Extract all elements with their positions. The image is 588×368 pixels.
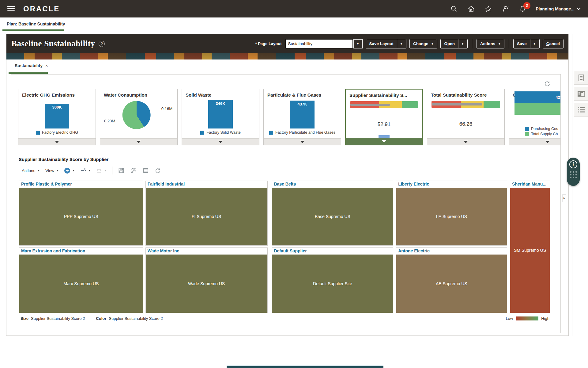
- card-expand-button[interactable]: [264, 138, 341, 145]
- search-icon[interactable]: [450, 5, 458, 13]
- page-layout-combobox[interactable]: ▼: [285, 39, 363, 48]
- treemap-tile-liberty-electric[interactable]: Liberty Electric LE Supremo US: [396, 181, 507, 246]
- card-total-sustainability-score[interactable]: Total Sustainability Score 66.26: [427, 89, 505, 145]
- page-layout-dropdown-icon[interactable]: ▼: [353, 39, 363, 48]
- card-water-consumption[interactable]: Water Consumption 0.16M 0.23M: [100, 89, 178, 145]
- tab-plan-baseline-sustainability[interactable]: Plan: Baseline Sustainability: [7, 21, 65, 26]
- card-supplier-sustainability-score[interactable]: Supplier Sustainability S... 52.91: [345, 89, 423, 145]
- chevron-down-icon: [577, 7, 581, 10]
- treemap-tile-profile-plastic[interactable]: Profile Plastic & Polymer PPP Supremo US: [19, 181, 143, 246]
- treemap-footer: Size Supplier Sustainability Score 2 Col…: [21, 316, 549, 321]
- go-action-icon[interactable]: ➔▼: [64, 168, 75, 174]
- help-icon[interactable]: ?: [99, 41, 105, 47]
- save-layout-button[interactable]: Save Layout▼: [366, 39, 406, 48]
- bar-chart: 437K: [264, 100, 341, 128]
- page-title: Baseline Sustainability: [11, 39, 95, 48]
- color-scale-legend: Low High: [506, 316, 549, 321]
- open-button[interactable]: Open▼: [440, 39, 467, 48]
- flag-watchlist-icon[interactable]: [501, 5, 509, 13]
- save-disk-icon[interactable]: [118, 167, 125, 174]
- decorative-banner: [6, 53, 568, 59]
- change-button[interactable]: Change▼: [409, 39, 437, 48]
- content-tabs: Sustainability ×: [6, 59, 568, 74]
- horizontal-bar-chart: 423: [514, 91, 560, 115]
- info-icon[interactable]: i: [569, 160, 577, 168]
- card-expand-button[interactable]: [509, 138, 560, 145]
- active-tab-indicator: [2, 29, 64, 31]
- list-panel-icon[interactable]: [574, 103, 588, 117]
- legend-swatch: [525, 132, 529, 136]
- card-electric-ghg-emissions[interactable]: Electric GHG Emissions 300K Factory Elec…: [18, 89, 96, 145]
- triangle-down-icon: [382, 140, 386, 143]
- status-meter-gauge: [350, 101, 418, 108]
- menu-icon[interactable]: [7, 6, 15, 11]
- triangle-down-icon: [218, 141, 223, 143]
- horizontal-scrollbar[interactable]: [227, 366, 383, 368]
- legend-swatch: [200, 131, 204, 135]
- triangle-down-icon: [300, 141, 304, 143]
- legend-swatch: [36, 131, 40, 135]
- notifications-bell-icon[interactable]: 3: [518, 5, 526, 13]
- divider: [167, 167, 167, 174]
- favorites-star-icon[interactable]: [484, 5, 492, 13]
- card-cost-comparison[interactable]: Cost Comparison - 423 Purchasing Cos Tot…: [509, 89, 560, 145]
- notification-badge: 3: [523, 2, 530, 9]
- card-expand-button[interactable]: [346, 138, 422, 145]
- treemap-tile-marx-extrusion[interactable]: Marx Extrusion and Fabrication Marx Supr…: [19, 247, 143, 313]
- treemap-toolbar: Actions▼ View▼ ➔▼ ▼ ▼: [18, 165, 551, 176]
- active-tab-indicator: [9, 72, 48, 74]
- user-menu[interactable]: Planning Manage...: [536, 6, 581, 11]
- table-view-icon[interactable]: [142, 167, 149, 174]
- treemap-section-title: Supplier Sustainability Score by Supplie…: [19, 157, 108, 162]
- grid-dots-icon[interactable]: [570, 171, 577, 178]
- triangle-down-icon: [545, 141, 550, 143]
- treemap-tile-default-supplier[interactable]: Default Supplier Default Supplier Site: [272, 247, 393, 313]
- document-panel-icon[interactable]: [574, 71, 588, 85]
- plan-panel: Baseline Sustainability ? * Page Layout …: [6, 34, 569, 336]
- cancel-button[interactable]: Cancel: [543, 39, 564, 48]
- kpi-cards-row: Electric GHG Emissions 300K Factory Elec…: [18, 89, 560, 147]
- actions-button[interactable]: Actions▼: [477, 39, 504, 48]
- app-topbar: ORACLE 3 Planning Manage...: [0, 0, 588, 17]
- panel-header: Baseline Sustainability ? * Page Layout …: [6, 34, 568, 53]
- low-high-gradient: [516, 316, 538, 320]
- actions-menu[interactable]: Actions▼: [22, 168, 40, 173]
- card-expand-button[interactable]: [100, 138, 177, 145]
- divider: [472, 39, 472, 48]
- supplier-treemap: Profile Plastic & Polymer PPP Supremo US…: [19, 181, 550, 313]
- chart-options-icon-disabled: ▼: [96, 168, 107, 173]
- treemap-tile-base-belts[interactable]: Base Belts Base Supremo US: [272, 181, 393, 246]
- treemap-tile-fairfield-industrial[interactable]: Fairfield Industrial FI Supremo US: [145, 181, 268, 246]
- card-expand-button[interactable]: [18, 138, 96, 145]
- treemap-tile-sheridan-manufacturing[interactable]: Sheridan Manu... SM Supremo US: [510, 181, 550, 313]
- legend-swatch: [269, 131, 273, 135]
- save-button[interactable]: Save▼: [513, 39, 539, 48]
- expand-panel-arrow-icon[interactable]: ▶: [563, 194, 566, 202]
- card-expand-button[interactable]: [427, 138, 504, 145]
- tab-sustainability[interactable]: Sustainability ×: [15, 63, 48, 68]
- page-layout-input[interactable]: [285, 39, 353, 48]
- bar-chart: 300K: [18, 100, 96, 128]
- home-icon[interactable]: [467, 5, 475, 13]
- treemap-tile-antone-electric[interactable]: Antone Electric AE Supremo US: [396, 247, 507, 313]
- refresh-icon[interactable]: [544, 81, 551, 87]
- page-layout-label: * Page Layout: [255, 41, 282, 46]
- info-widget[interactable]: i: [567, 158, 580, 186]
- legend-swatch: [525, 127, 529, 131]
- card-solid-waste[interactable]: Solid Waste 346K Factory Solid Waste: [182, 89, 259, 145]
- view-menu[interactable]: View▼: [45, 168, 59, 173]
- dashboard-panel-icon[interactable]: [574, 87, 588, 101]
- bar-chart: 346K: [182, 100, 259, 128]
- format-sort-icon[interactable]: ▼: [80, 168, 91, 173]
- triangle-down-icon: [55, 141, 59, 143]
- status-meter-gauge: [432, 101, 500, 108]
- card-expand-button[interactable]: [182, 138, 259, 145]
- selection-indicator: [379, 135, 390, 138]
- pie-chart: 0.16M 0.23M: [100, 100, 177, 128]
- card-particulate-flue-gases[interactable]: Particulate & Flue Gases 437K Factory Pa…: [263, 89, 341, 145]
- close-tab-icon[interactable]: ×: [45, 63, 48, 68]
- treemap-tile-wade-motor[interactable]: Wade Motor Inc Wade Supremo US: [145, 247, 268, 313]
- tools-icon[interactable]: [130, 167, 137, 174]
- sustainability-content: Electric GHG Emissions 300K Factory Elec…: [11, 74, 561, 333]
- refresh-icon[interactable]: [155, 167, 161, 174]
